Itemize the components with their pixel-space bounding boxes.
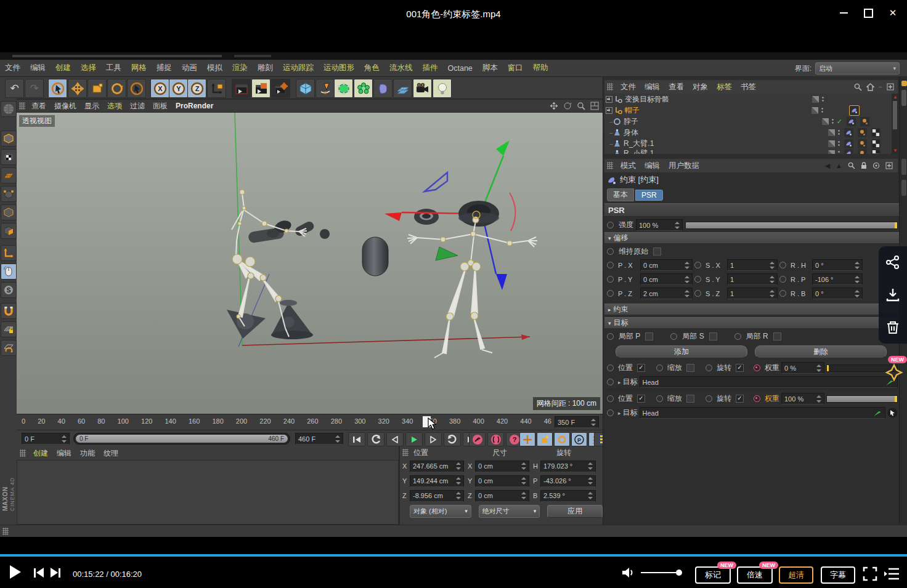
tree-row-hat[interactable]: 帽子	[604, 105, 892, 116]
subtitle-button[interactable]: 字幕	[821, 566, 855, 584]
constraint-tag-icon[interactable]	[844, 149, 853, 154]
goto-start-button[interactable]	[348, 432, 365, 446]
share-icon[interactable]	[885, 255, 900, 270]
weight-tag-icon[interactable]	[858, 139, 867, 148]
add-target-button[interactable]: 添加	[616, 345, 747, 358]
rot-p-field[interactable]: -43.026 °	[540, 475, 596, 487]
strength-field[interactable]: 100 %	[636, 219, 683, 231]
panel-grip[interactable]	[20, 449, 26, 457]
menu-render[interactable]: 渲染	[232, 63, 248, 73]
vp-menu-camera[interactable]: 摄像机	[54, 101, 76, 111]
key-circle-icon[interactable]	[607, 222, 614, 228]
target-field-1[interactable]: Head	[640, 376, 898, 388]
range-start-field[interactable]: 0 F	[22, 433, 70, 445]
apply-button[interactable]: 应用	[547, 505, 603, 518]
volume-icon[interactable]	[621, 566, 636, 579]
add-camera-button[interactable]	[413, 79, 432, 98]
key-circle-icon[interactable]	[607, 333, 614, 340]
key-circle-icon[interactable]	[779, 262, 786, 268]
sy-field[interactable]: 1	[727, 273, 778, 285]
px-field[interactable]: 0 cm	[640, 259, 693, 271]
key-position-toggle[interactable]	[519, 432, 535, 446]
weight-tag-icon[interactable]	[858, 128, 867, 137]
panel-grip[interactable]	[607, 83, 613, 91]
key-circle-red-icon[interactable]	[754, 395, 760, 402]
menu-character[interactable]: 角色	[364, 63, 380, 73]
menu-help[interactable]: 帮助	[533, 63, 548, 73]
enabled-check-icon[interactable]: ✓	[837, 118, 842, 126]
add-floor-button[interactable]	[393, 79, 412, 98]
stepper-icon[interactable]	[62, 435, 67, 443]
scale-tool-button[interactable]	[87, 79, 107, 98]
coords-size-dropdown[interactable]: 绝对尺寸▾	[479, 505, 540, 518]
record-keyframe-button[interactable]	[469, 432, 486, 446]
layer-toggle-icon[interactable]	[812, 96, 819, 103]
move-tool-button[interactable]	[68, 79, 87, 98]
add-panel-icon[interactable]	[887, 83, 894, 91]
key-circle-icon[interactable]	[607, 262, 614, 268]
strength-slider[interactable]	[685, 222, 898, 229]
tab-basic[interactable]: 基本	[607, 188, 634, 201]
key-circle-icon[interactable]	[694, 276, 701, 283]
texture-mode-button[interactable]	[1, 149, 17, 165]
panel-grip[interactable]	[19, 102, 25, 110]
menu-select[interactable]: 选择	[81, 63, 96, 73]
menu-script[interactable]: 脚本	[482, 63, 498, 73]
pos-y-field[interactable]: 149.244 cm	[410, 475, 464, 487]
workplane-button[interactable]	[1, 167, 17, 183]
pz-field[interactable]: 2 cm	[640, 288, 693, 299]
local-p-checkbox[interactable]	[645, 332, 653, 340]
lock-x-button[interactable]: X	[150, 79, 169, 98]
pin-tool[interactable]: NEW	[882, 356, 907, 384]
tree-row-bones[interactable]: 变换目标骨骼	[604, 94, 892, 105]
key-circle-icon[interactable]	[694, 290, 701, 297]
orbit-view-icon[interactable]	[563, 102, 572, 110]
weight-tag-icon[interactable]	[860, 117, 869, 126]
key-scale-toggle[interactable]	[537, 432, 553, 446]
rotation-checkbox[interactable]: ✓	[736, 364, 744, 372]
menu-motion-tracker[interactable]: 运动跟踪	[283, 63, 314, 73]
key-circle-icon[interactable]	[694, 262, 701, 268]
key-circle-icon[interactable]	[779, 290, 786, 297]
rotate-tool-button[interactable]	[107, 79, 126, 98]
panel-grip[interactable]	[402, 449, 409, 456]
playlist-icon[interactable]	[884, 567, 900, 581]
magnet-snap-button[interactable]	[1, 303, 17, 319]
am-menu-mode[interactable]: 模式	[620, 161, 636, 171]
key-circle-icon[interactable]	[607, 364, 614, 371]
search-icon[interactable]	[848, 162, 855, 169]
constraint-section-header[interactable]: ▸ 约束	[604, 304, 899, 315]
key-circle-icon[interactable]	[607, 379, 614, 385]
home-icon[interactable]	[866, 83, 874, 91]
maximize-button[interactable]	[859, 5, 877, 21]
download-icon[interactable]	[885, 288, 900, 302]
layer-toggle-icon[interactable]	[811, 107, 818, 114]
history-back-icon[interactable]: ◀	[825, 162, 830, 170]
fullscreen-icon[interactable]	[863, 566, 877, 581]
layer-toggle-icon[interactable]	[828, 150, 835, 155]
tree-row-upper-arm[interactable]: – R_大臂.1	[604, 138, 892, 149]
menu-simulate[interactable]: 模拟	[207, 63, 222, 73]
object-picker-icon[interactable]	[887, 408, 898, 418]
polygons-mode-button[interactable]	[1, 223, 17, 239]
chevron-right-icon[interactable]: ▸	[618, 410, 621, 416]
grid-lock-button[interactable]	[1, 321, 17, 337]
texture-tag-icon[interactable]	[871, 128, 881, 137]
constraint-tag-icon[interactable]	[844, 139, 853, 148]
add-primitive-button[interactable]	[296, 79, 315, 98]
zoom-view-icon[interactable]	[577, 102, 585, 110]
key-circle-icon[interactable]	[656, 364, 663, 371]
menu-create[interactable]: 创建	[55, 63, 71, 73]
speed-button[interactable]: 倍速	[737, 566, 773, 584]
key-circle-icon[interactable]	[670, 333, 677, 340]
am-menu-edit[interactable]: 编辑	[645, 161, 660, 171]
scroll-up-icon[interactable]: ▲	[893, 94, 898, 100]
menu-octane[interactable]: Octane	[448, 64, 473, 73]
local-r-checkbox[interactable]	[773, 332, 781, 340]
scale-checkbox[interactable]	[686, 395, 694, 403]
parent-up-icon[interactable]: ▲	[836, 162, 842, 169]
snap-button[interactable]: S	[1, 282, 17, 298]
rp-field[interactable]: -106 °	[812, 273, 863, 285]
tab-psr[interactable]: PSR	[635, 190, 663, 201]
volume-slider[interactable]	[641, 572, 679, 573]
